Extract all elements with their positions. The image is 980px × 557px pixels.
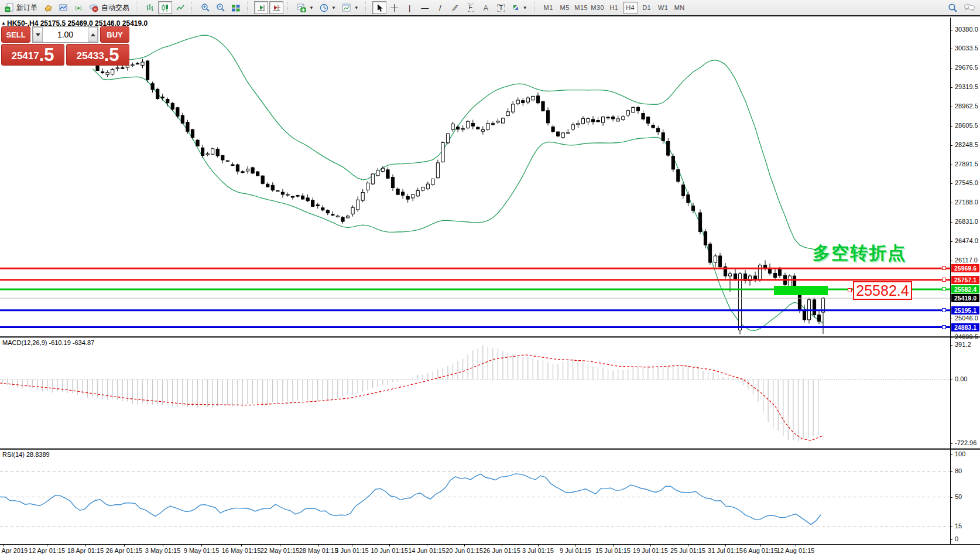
macd-pane[interactable] [0, 338, 950, 448]
zoom-in-button[interactable] [198, 1, 213, 14]
price-tag-24883.1[interactable]: 24883.1 [951, 323, 979, 332]
label-tool-button[interactable]: T [494, 1, 508, 14]
trendline-icon: / [439, 4, 441, 12]
sell-price-display[interactable]: 25417.5 [1, 44, 64, 66]
price-tag-25195.1[interactable]: 25195.1 [951, 306, 979, 315]
hline-handle-marker[interactable] [942, 266, 946, 270]
price-axis-tick [950, 126, 952, 127]
volume-input[interactable]: 1.00 [43, 27, 88, 42]
arrows-tool-button[interactable]: ▼ [509, 1, 530, 14]
rsi-axis-label: 15 [955, 522, 962, 529]
price-axis-tick [950, 203, 952, 203]
time-axis-label: 3 Jul 01:15 [522, 547, 554, 554]
search-button[interactable] [945, 1, 960, 14]
timeframe-h1-button[interactable]: H1 [606, 2, 622, 13]
time-axis-tick [502, 544, 502, 546]
indicators-button[interactable]: ▼ [294, 1, 316, 14]
callout-anchor-marker[interactable] [848, 288, 852, 292]
price-axis-tick [950, 165, 952, 165]
tile-windows-button[interactable] [229, 1, 243, 14]
macd-canvas[interactable] [0, 338, 950, 448]
line-chart-button[interactable] [173, 1, 187, 14]
time-axis-label: 26 Jun 01:15 [483, 547, 520, 554]
vline-tool-button[interactable]: | [403, 1, 417, 14]
price-axis-label: 27545.0 [955, 179, 978, 186]
candlestick-button[interactable] [158, 1, 172, 14]
crosshair-icon [390, 4, 399, 12]
volume-decrease-button[interactable] [33, 27, 43, 42]
price-axis-label: 30033.5 [955, 45, 978, 52]
timeframe-w1-button[interactable]: W1 [656, 2, 671, 13]
rsi-canvas[interactable] [0, 450, 950, 544]
zoom-out-button[interactable] [214, 1, 228, 14]
rsi-pane[interactable] [0, 450, 950, 544]
bar-chart-button[interactable] [143, 1, 157, 14]
macd-axis-label: 391.2 [955, 341, 971, 348]
volume-increase-button[interactable] [88, 27, 98, 42]
autotrading-button[interactable]: 自动交易 [87, 1, 132, 14]
channel-tool-button[interactable]: ∕∕ [448, 1, 462, 14]
hline-handle-marker[interactable] [942, 308, 946, 312]
periods-button[interactable]: ▼ [317, 1, 338, 14]
crosshair-button[interactable] [388, 1, 402, 14]
buy-button[interactable]: BUY [100, 26, 129, 43]
candles [91, 59, 824, 334]
timeframe-m5-button[interactable]: M5 [557, 2, 573, 13]
macd-axis-tick [950, 380, 952, 380]
timeframe-h4-button[interactable]: H4 [623, 2, 638, 13]
trendline-tool-button[interactable]: / [433, 1, 447, 14]
tile-windows-icon [231, 4, 241, 12]
timeframe-mn-button[interactable]: MN [672, 2, 687, 13]
rsi-axis-tick [950, 497, 952, 498]
time-axis-tick [427, 544, 427, 546]
sell-button[interactable]: SELL [1, 26, 30, 43]
price-tag-25419: 25419.0 [951, 294, 979, 302]
time-axis-tick [241, 544, 242, 546]
layouts-button[interactable] [41, 1, 55, 14]
time-axis-tick [201, 544, 202, 546]
price-tag-25582.4[interactable]: 25582.4 [951, 285, 979, 293]
time-axis-label: 26 Apr 01:15 [106, 547, 142, 554]
buy-price-display[interactable]: 25433.5 [66, 44, 129, 66]
chat-button[interactable] [961, 1, 978, 14]
autoscroll-button[interactable] [254, 1, 268, 14]
hline-handle-marker[interactable] [942, 325, 946, 329]
green-zone-rectangle[interactable] [774, 286, 828, 295]
dropdown-arrow-icon: ▼ [523, 5, 527, 11]
macd-axis-label: -722.96 [955, 439, 976, 446]
toolbar-separator [247, 2, 251, 13]
hline-tool-button[interactable]: — [418, 1, 432, 14]
macd-signal-line [0, 355, 823, 440]
price-axis-label: 28605.5 [955, 122, 978, 129]
timeframe-group: M1M5M15M30H1H4D1W1MN [541, 2, 687, 13]
price-axis-tick [950, 87, 952, 88]
hline-handle-marker[interactable] [942, 278, 946, 282]
autoscroll-icon [256, 4, 266, 12]
timeframe-m30-button[interactable]: M30 [590, 2, 605, 13]
price-axis-label: 27891.5 [955, 160, 978, 168]
time-axis-label: 28 May 01:15 [299, 547, 338, 554]
dropdown-arrow-icon: ▼ [309, 5, 314, 11]
price-axis-tick [950, 107, 952, 107]
templates-button[interactable]: ▼ [340, 1, 361, 14]
text-tool-button[interactable]: A [479, 1, 493, 14]
price-tag-25969.6[interactable]: 25969.6 [951, 264, 979, 272]
time-axis-label: 12 Apr 01:15 [29, 547, 65, 554]
price-tag-25757.1[interactable]: 25757.1 [951, 276, 979, 284]
time-axis-tick [280, 544, 280, 546]
price-callout-box[interactable]: 25582.4 [853, 281, 912, 300]
chart-shift-button[interactable] [269, 1, 283, 14]
market-watch-button[interactable] [56, 1, 70, 14]
signal-button[interactable] [71, 1, 85, 14]
new-order-button[interactable]: 新订单 [2, 1, 40, 14]
timeframe-m1-button[interactable]: M1 [541, 2, 556, 13]
cursor-button[interactable] [372, 1, 386, 14]
top-toolbar: 新订单 自动交易 [0, 0, 980, 16]
hline-handle-marker[interactable] [942, 287, 946, 291]
timeframe-d1-button[interactable]: D1 [639, 2, 655, 13]
price-axis-line [950, 18, 951, 544]
fibonacci-tool-button[interactable]: F [464, 1, 478, 14]
volume-stepper: 1.00 [32, 26, 98, 43]
symbol-collapse-icon[interactable]: ▲ [1, 20, 6, 26]
timeframe-m15-button[interactable]: M15 [574, 2, 589, 13]
